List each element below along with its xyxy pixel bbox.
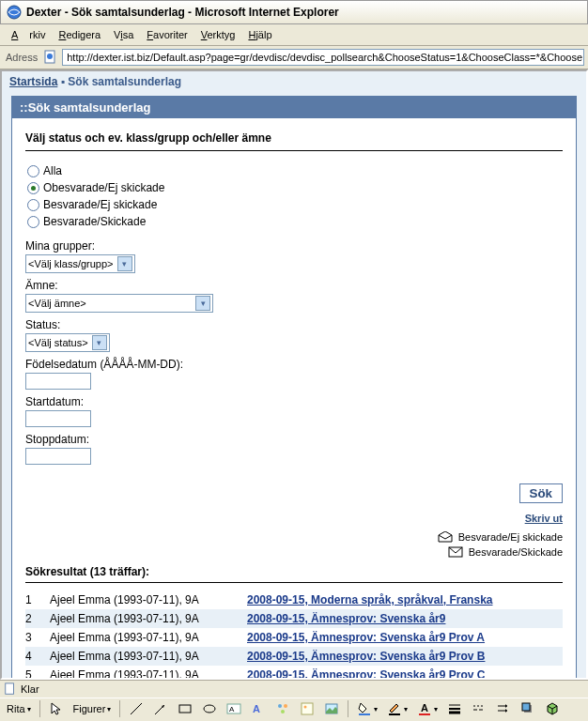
mina-grupper-select[interactable]: <Välj klass/grupp> ▾ [25, 254, 135, 273]
stoppdatum-input[interactable] [25, 448, 91, 465]
chevron-down-icon: ▾ [92, 335, 107, 350]
result-row: 2Ajeel Emma (1993-07-11), 9A2008-09-15, … [25, 609, 563, 628]
page-icon [43, 50, 58, 65]
result-link[interactable]: 2008-09-15, Moderna språk, språkval, Fra… [247, 593, 563, 606]
radio-besvarade-skickade[interactable] [27, 216, 39, 228]
line-color-tool[interactable]: ▾ [384, 700, 410, 717]
address-input[interactable]: http://dexter.ist.biz/Default.asp?page=g… [62, 49, 584, 66]
result-num: 4 [25, 650, 40, 663]
addressbar: Adress http://dexter.ist.biz/Default.asp… [0, 46, 588, 69]
svg-point-0 [8, 6, 21, 19]
svg-point-2 [47, 54, 53, 59]
result-row: 4Ajeel Emma (1993-07-11), 9A2008-09-15, … [25, 647, 563, 666]
drawing-toolbar: Rita ▾ Figurer ▾ A A ▾ ▾ A▾ [0, 698, 588, 719]
print-link[interactable]: Skriv ut [525, 513, 563, 524]
result-link[interactable]: 2008-09-15, Ämnesprov: Svenska år9 [247, 612, 563, 625]
svg-rect-21 [419, 713, 430, 715]
menu-arkiv[interactable]: Arkiv [6, 27, 51, 42]
font-color-tool[interactable]: A▾ [414, 700, 441, 717]
clipart-tool[interactable] [297, 700, 317, 717]
pointer-tool[interactable] [46, 700, 67, 717]
envelope-open-icon [438, 531, 453, 543]
fodelsedatum-input[interactable] [25, 373, 91, 390]
svg-point-16 [304, 706, 307, 709]
chevron-down-icon: ▾ [195, 296, 210, 311]
results-list: 1Ajeel Emma (1993-07-11), 9A2008-09-15, … [25, 591, 563, 680]
legend-closed-label: Besvarade/Skickade [469, 546, 563, 558]
rita-menu[interactable]: Rita ▾ [4, 702, 34, 715]
radio-besvarade-skickade-label: Besvarade/Skickade [43, 215, 146, 228]
result-name: Ajeel Emma (1993-07-11), 9A [50, 631, 238, 644]
3d-tool[interactable] [542, 700, 563, 717]
content-viewport: Startsida ▪ Sök samtalsunderlag ::Sök sa… [0, 69, 588, 680]
section-title: Välj status och ev. klass/grupp och/elle… [25, 131, 563, 151]
fodelsedatum-label: Födelsedatum (ÅÅÅÅ-MM-DD): [25, 358, 563, 371]
startdatum-input[interactable] [25, 410, 91, 427]
search-button[interactable]: Sök [519, 483, 563, 503]
result-name: Ajeel Emma (1993-07-11), 9A [50, 593, 238, 606]
stoppdatum-label: Stoppdatum: [25, 433, 563, 446]
result-link[interactable]: 2008-09-15, Ämnesprov: Svenska år9 Prov … [247, 631, 563, 644]
textbox-tool[interactable]: A [224, 700, 244, 717]
result-name: Ajeel Emma (1993-07-11), 9A [50, 612, 238, 625]
menu-redigera[interactable]: Redigera [53, 27, 106, 42]
status-select[interactable]: <Välj status> ▾ [25, 333, 110, 352]
svg-text:A: A [421, 702, 428, 713]
fill-color-tool[interactable]: ▾ [354, 700, 380, 717]
result-row: 1Ajeel Emma (1993-07-11), 9A2008-09-15, … [25, 591, 563, 609]
svg-rect-18 [359, 713, 370, 715]
envelope-closed-icon [448, 546, 463, 558]
main-panel: ::Sök samtalsunderlag Välj status och ev… [11, 96, 577, 680]
result-num: 3 [25, 631, 40, 644]
svg-text:A: A [229, 705, 235, 713]
panel-header: ::Sök samtalsunderlag [12, 97, 576, 118]
wordart-tool[interactable]: A [248, 700, 269, 717]
result-link[interactable]: 2008-09-15, Ämnesprov: Svenska år9 Prov … [247, 668, 563, 680]
shadow-tool[interactable] [518, 700, 538, 717]
svg-point-14 [281, 710, 285, 713]
radio-besvarade-ej[interactable] [27, 199, 39, 211]
menu-visa[interactable]: Visa [108, 27, 139, 42]
svg-rect-30 [522, 703, 530, 711]
status-text: Klar [21, 683, 39, 695]
line-tool[interactable] [126, 700, 147, 717]
amne-select[interactable]: <Välj ämne> ▾ [25, 294, 213, 313]
menu-favoriter[interactable]: Favoriter [141, 27, 193, 42]
mina-grupper-label: Mina grupper: [25, 239, 563, 253]
figurer-menu[interactable]: Figurer ▾ [70, 702, 115, 715]
radio-alla[interactable] [27, 165, 39, 177]
picture-tool[interactable] [321, 700, 342, 717]
menu-hjalp[interactable]: Hjälp [242, 27, 277, 42]
radio-obesvarade-label: Obesvarade/Ej skickade [43, 181, 164, 194]
diagram-tool[interactable] [272, 700, 293, 717]
radio-besvarade-ej-label: Besvarade/Ej skickade [43, 198, 157, 211]
result-row: 5Ajeel Emma (1993-07-11), 9A2008-09-15, … [25, 666, 563, 680]
window-title: Dexter - Sök samtalsunderlag - Microsoft… [26, 6, 339, 19]
svg-rect-4 [6, 683, 14, 694]
svg-rect-15 [302, 703, 313, 714]
statusbar: Klar [0, 680, 588, 698]
ie-icon [7, 5, 22, 20]
menubar: Arkiv Redigera Visa Favoriter Verktyg Hj… [0, 24, 588, 46]
line-weight-tool[interactable] [444, 700, 465, 717]
amne-label: Ämne: [25, 279, 563, 292]
radio-obesvarade[interactable] [27, 182, 39, 194]
oval-tool[interactable] [199, 700, 220, 717]
chevron-down-icon: ▾ [117, 256, 132, 271]
arrow-style-tool[interactable] [493, 700, 514, 717]
dash-style-tool[interactable] [469, 700, 489, 717]
menu-verktyg[interactable]: Verktyg [195, 27, 241, 42]
radio-alla-label: Alla [43, 164, 62, 177]
window-titlebar: Dexter - Sök samtalsunderlag - Microsoft… [0, 0, 588, 24]
results-header: Sökresultat (13 träffar): [25, 565, 563, 583]
svg-point-13 [284, 704, 287, 708]
breadcrumb-home[interactable]: Startsida [9, 75, 57, 88]
result-num: 1 [25, 593, 40, 606]
rect-tool[interactable] [175, 700, 195, 717]
result-link[interactable]: 2008-09-15, Ämnesprov: Svenska år9 Prov … [247, 650, 563, 663]
result-name: Ajeel Emma (1993-07-11), 9A [50, 668, 238, 680]
svg-rect-19 [389, 713, 400, 715]
breadcrumb: Startsida ▪ Sök samtalsunderlag [2, 71, 586, 92]
arrow-tool[interactable] [150, 700, 171, 717]
svg-rect-7 [179, 705, 191, 713]
